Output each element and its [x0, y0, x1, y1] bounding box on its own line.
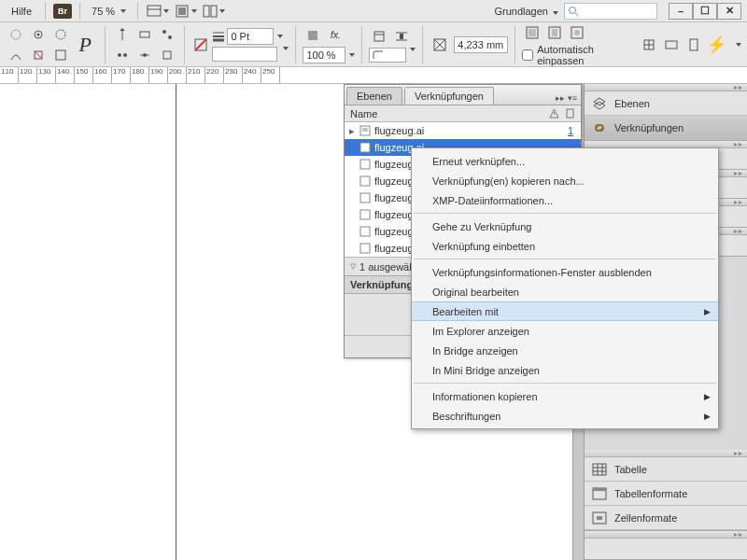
bolt-icon[interactable]: ⚡: [706, 35, 732, 55]
tool-icon[interactable]: [50, 25, 71, 44]
fx-button[interactable]: fx.: [325, 26, 345, 45]
stroke-weight-icon: [212, 30, 225, 43]
chevron-down-icon: [736, 43, 741, 47]
bridge-button[interactable]: Br: [53, 4, 72, 19]
tab-links[interactable]: Verknüpfungen: [404, 87, 494, 105]
tool-icon[interactable]: [50, 46, 71, 64]
menu-embed-link[interactable]: Verknüpfung einbetten: [412, 236, 718, 256]
fit-icon[interactable]: [684, 35, 704, 54]
svg-point-23: [143, 53, 147, 57]
align-icon[interactable]: [157, 25, 177, 44]
stroke-weight-field[interactable]: 0 Pt: [227, 28, 274, 45]
autofit-checkbox[interactable]: Automatisch einpassen: [522, 44, 637, 66]
align-icon[interactable]: [134, 46, 155, 64]
corner-dropdown[interactable]: [369, 48, 406, 63]
svg-point-18: [162, 30, 166, 34]
menu-edit-with[interactable]: Bearbeiten mit▶: [412, 301, 718, 321]
page-col-icon[interactable]: [565, 108, 575, 119]
frame-fit-icon[interactable]: [430, 35, 450, 54]
align-icon[interactable]: [134, 25, 155, 44]
fit-icon[interactable]: [639, 35, 659, 54]
menu-reveal-explorer[interactable]: Im Explorer anzeigen: [412, 321, 718, 341]
menu-relink[interactable]: Erneut verknüpfen...: [412, 151, 718, 171]
fit-icon[interactable]: [544, 23, 565, 42]
fit-icon[interactable]: [661, 35, 682, 54]
svg-point-42: [574, 30, 580, 35]
link-file-icon: [359, 142, 371, 153]
dock-label: Zellenformate: [614, 512, 677, 524]
svg-rect-31: [374, 32, 384, 41]
dock-item-table[interactable]: Tabelle: [585, 457, 747, 482]
menu-xmp-info[interactable]: XMP-Dateiinformationen...: [412, 190, 718, 210]
wrap-icon[interactable]: [369, 27, 389, 46]
tool-icon[interactable]: [28, 46, 49, 64]
menu-hide-link-info[interactable]: Verknüpfungsinformationen-Fenster ausble…: [412, 262, 718, 282]
svg-rect-66: [360, 160, 370, 169]
svg-rect-24: [163, 51, 171, 59]
col-name[interactable]: Name: [350, 108, 543, 119]
tool-icon[interactable]: [6, 25, 26, 44]
dock-item-table-formats[interactable]: Tabellenformate: [585, 482, 747, 506]
svg-rect-65: [360, 143, 370, 152]
view-options-button[interactable]: [146, 2, 170, 21]
menu-captions[interactable]: Beschriftungen▶: [412, 406, 718, 426]
paragraph-tool[interactable]: P: [73, 26, 98, 63]
svg-marker-16: [120, 28, 125, 31]
align-icon[interactable]: [112, 46, 133, 64]
menubar: Hilfe Br 75 % Grundlagen – ☐ ✕: [0, 0, 747, 22]
effects-icon[interactable]: [303, 26, 323, 45]
link-file-icon: [359, 192, 371, 203]
size-field[interactable]: 4,233 mm: [454, 36, 508, 53]
svg-rect-33: [400, 34, 403, 39]
align-icon[interactable]: [157, 46, 177, 64]
context-menu: Erneut verknüpfen... Verknüpfung(en) kop…: [411, 147, 719, 429]
dock-label: Tabellenformate: [614, 488, 687, 499]
svg-rect-40: [552, 29, 557, 36]
svg-rect-38: [529, 29, 536, 36]
tab-layers[interactable]: Ebenen: [346, 87, 402, 105]
arrange-button[interactable]: [202, 2, 226, 21]
menu-goto-link[interactable]: Gehe zu Verknüpfung: [412, 217, 718, 236]
menu-reveal-bridge[interactable]: In Bridge anzeigen: [412, 341, 718, 360]
svg-rect-50: [593, 464, 606, 475]
menu-reveal-minibridge[interactable]: In Mini Bridge anzeigen: [412, 360, 718, 380]
workspace-dropdown[interactable]: Grundlagen: [494, 6, 558, 17]
svg-rect-47: [690, 39, 698, 50]
search-input[interactable]: [564, 3, 657, 20]
svg-rect-71: [360, 244, 370, 253]
zoom-dropdown[interactable]: 75 %: [88, 4, 130, 19]
dock-item-layers[interactable]: Ebenen: [585, 91, 747, 116]
align-icon[interactable]: [112, 25, 133, 44]
links-header: Name: [345, 105, 581, 122]
maximize-button[interactable]: ☐: [693, 3, 717, 20]
no-fill-icon[interactable]: [191, 35, 211, 54]
svg-rect-70: [360, 227, 370, 236]
menu-copy-links-to[interactable]: Verknüpfung(en) kopieren nach...: [412, 171, 718, 190]
menu-edit-original[interactable]: Original bearbeiten: [412, 282, 718, 301]
dock-item-links[interactable]: Verknüpfungen: [585, 116, 747, 140]
fit-icon[interactable]: [522, 23, 543, 42]
screen-mode-button[interactable]: [174, 2, 198, 21]
panel-menu-icon[interactable]: ▾≡: [568, 93, 577, 103]
page-edge: [176, 84, 176, 560]
minimize-button[interactable]: –: [669, 3, 693, 20]
svg-rect-69: [360, 210, 370, 219]
fit-icon[interactable]: [567, 23, 587, 42]
link-row[interactable]: ▸flugzeug.ai1: [345, 122, 581, 139]
stroke-style-dropdown[interactable]: [212, 47, 277, 62]
svg-rect-0: [148, 6, 161, 16]
svg-line-26: [195, 39, 206, 50]
panel-collapse-icon[interactable]: ▸▸: [556, 93, 565, 103]
close-button[interactable]: ✕: [717, 3, 741, 20]
tool-icon[interactable]: [28, 25, 49, 44]
link-file-icon: [359, 209, 371, 220]
menu-copy-info[interactable]: Informationen kopieren▶: [412, 386, 718, 406]
wrap-icon[interactable]: [391, 27, 412, 46]
menu-help[interactable]: Hilfe: [6, 4, 37, 19]
dock-item-cell-formats[interactable]: Zellenformate: [585, 506, 747, 530]
chevron-down-icon: [120, 9, 126, 13]
warning-col-icon[interactable]: [549, 108, 559, 119]
opacity-field[interactable]: 100 %: [303, 47, 345, 63]
tool-icon[interactable]: [6, 46, 26, 64]
svg-rect-68: [360, 193, 370, 203]
